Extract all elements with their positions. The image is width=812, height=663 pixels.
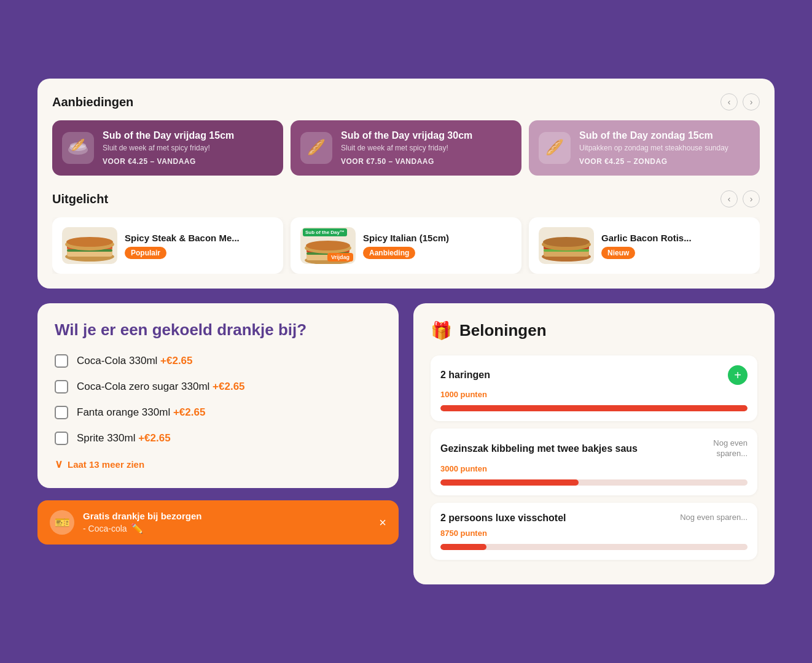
reward-add-button-1[interactable]: + (728, 365, 748, 385)
product-image-2: Sub of the Day™ Vrijdag (300, 227, 356, 264)
top-card: Aanbiedingen ‹ › 🥖 Sub of the Day (37, 79, 775, 289)
aanbieding-icon-1: 🥖 (62, 132, 94, 164)
reward-progress-fill-1 (440, 405, 748, 411)
uitgelicht-next-button[interactable]: › (743, 190, 760, 207)
product-info-1: Spicy Steak & Bacon Me... Populair (125, 233, 273, 259)
bottom-row: Wil je er een gekoeld drankje bij? Coca-… (37, 303, 775, 584)
drankje-card: Wil je er een gekoeld drankje bij? Coca-… (37, 303, 399, 488)
product-image-3 (539, 227, 594, 264)
aanbieding-content-3: Sub of the Day zondag 15cm Uitpakken op … (579, 130, 750, 166)
product-badge-2: Aanbieding (363, 247, 415, 259)
aanbieding-title-1: Sub of the Day vrijdag 15cm (103, 130, 273, 141)
beloningen-card: 🎁 Beloningen 2 haringen + 1000 punten Ge… (413, 303, 775, 584)
product-badge-3: Nieuw (601, 247, 635, 259)
aanbieding-subtitle-2: Sluit de week af met spicy friday! (341, 144, 512, 152)
product-card-3[interactable]: Garlic Bacon Rotis... Nieuw (529, 217, 760, 274)
reward-item-1: 2 haringen + 1000 punten (431, 355, 757, 421)
drink-label-4: Sprite 330ml +€2.65 (77, 432, 171, 444)
reward-item-2: Gezinszak kibbeling met twee bakjes saus… (431, 428, 757, 495)
drink-item-1: Coca-Cola 330ml +€2.65 (55, 354, 381, 368)
svg-text:🥖: 🥖 (545, 138, 564, 156)
coupon-title: Gratis drankje bij bezorgen (83, 511, 370, 521)
svg-point-17 (306, 241, 350, 250)
svg-text:🥖: 🥖 (71, 138, 85, 152)
coupon-bar[interactable]: 🎫 Gratis drankje bij bezorgen - Coca-col… (37, 500, 399, 545)
drink-item-2: Coca-Cola zero sugar 330ml +€2.65 (55, 380, 381, 394)
drink-item-4: Sprite 330ml +€2.65 (55, 432, 381, 445)
reward-progress-fill-3 (440, 544, 486, 550)
aanbieding-content-1: Sub of the Day vrijdag 15cm Sluit de wee… (103, 130, 273, 166)
reward-status-3: Nog even sparen... (680, 513, 748, 523)
edit-icon[interactable]: ✏️ (131, 522, 143, 534)
aanbieding-icon-3: 🥖 (539, 132, 571, 164)
drankje-title: Wil je er een gekoeld drankje bij? (55, 320, 381, 339)
reward-points-3: 8750 punten (440, 529, 748, 538)
drink-label-3: Fanta orange 330ml +€2.65 (77, 406, 205, 419)
product-card-1[interactable]: Spicy Steak & Bacon Me... Populair (52, 217, 283, 274)
aanbieding-price-3: VOOR €4.25 – ZONDAG (579, 157, 750, 166)
aanbieding-card-1[interactable]: 🥖 Sub of the Day vrijdag 15cm Sluit de w… (52, 120, 283, 176)
product-name-2: Spicy Italian (15cm) (363, 233, 512, 243)
sub-day-label: Sub of the Day™ (303, 228, 347, 236)
drink-price-1: +€2.65 (160, 355, 192, 366)
drink-checkbox-3[interactable] (55, 406, 68, 419)
reward-points-1: 1000 punten (440, 390, 748, 399)
aanbiedingen-nav: ‹ › (720, 93, 760, 110)
product-info-3: Garlic Bacon Rotis... Nieuw (601, 233, 750, 259)
aanbieding-subtitle-1: Sluit de week af met spicy friday! (103, 144, 273, 152)
aanbieding-card-2[interactable]: 🥖 Sub of the Day vrijdag 30cm Sluit de w… (291, 120, 521, 176)
chevron-down-icon: ∨ (55, 457, 63, 471)
uitgelicht-prev-button[interactable]: ‹ (720, 190, 738, 207)
reward-progress-bg-3 (440, 544, 748, 550)
product-card-2[interactable]: Sub of the Day™ Vrijdag Spicy Italian (1… (291, 217, 521, 274)
beloningen-header: 🎁 Beloningen (431, 320, 757, 341)
aanbieding-subtitle-3: Uitpakken op zondag met steakhouse sunda… (579, 144, 750, 152)
drink-checkbox-4[interactable] (55, 432, 68, 445)
coupon-subtitle: - Coca-cola ✏️ (83, 522, 370, 534)
uitgelicht-header: Uitgelicht ‹ › (52, 190, 760, 207)
aanbiedingen-grid: 🥖 Sub of the Day vrijdag 15cm Sluit de w… (52, 120, 760, 176)
aanbieding-card-3[interactable]: 🥖 Sub of the Day zondag 15cm Uitpakken o… (529, 120, 760, 176)
drink-label-1: Coca-Cola 330ml +€2.65 (77, 355, 193, 367)
close-icon[interactable]: × (379, 516, 386, 530)
drink-item-3: Fanta orange 330ml +€2.65 (55, 406, 381, 419)
aanbieding-price-2: VOOR €7.50 – VANDAAG (341, 157, 512, 166)
product-name-3: Garlic Bacon Rotis... (601, 233, 750, 243)
reward-name-2: Gezinszak kibbeling met twee bakjes saus (440, 443, 638, 454)
product-name-1: Spicy Steak & Bacon Me... (125, 233, 273, 243)
reward-progress-bg-1 (440, 405, 748, 411)
day-badge: Vrijdag (327, 253, 353, 262)
product-badge-1: Populair (125, 247, 166, 259)
drink-price-4: +€2.65 (138, 432, 170, 444)
drink-label-2: Coca-Cola zero sugar 330ml +€2.65 (77, 381, 245, 393)
show-more-label: Laat 13 meer zien (68, 459, 144, 470)
beloningen-title: Beloningen (459, 321, 547, 340)
reward-item-3: 2 persoons luxe visschotel Nog even spar… (431, 503, 757, 560)
aanbieding-price-1: VOOR €4.25 – VANDAAG (103, 157, 273, 166)
coupon-icon: 🎫 (50, 510, 74, 535)
uitgelicht-title: Uitgelicht (52, 192, 108, 206)
aanbieding-content-2: Sub of the Day vrijdag 30cm Sluit de wee… (341, 130, 512, 166)
aanbiedingen-next-button[interactable]: › (743, 93, 760, 110)
drink-price-3: +€2.65 (173, 406, 205, 418)
svg-text:🥖: 🥖 (307, 138, 326, 156)
product-image-1 (62, 227, 117, 264)
reward-points-2: 3000 punten (440, 464, 748, 473)
gift-icon: 🎁 (431, 320, 452, 341)
reward-progress-fill-2 (440, 479, 579, 486)
drink-checkbox-1[interactable] (55, 354, 68, 368)
uitgelicht-grid: Spicy Steak & Bacon Me... Populair Sub o… (52, 217, 760, 274)
left-column: Wil je er een gekoeld drankje bij? Coca-… (37, 303, 399, 545)
main-container: Aanbiedingen ‹ › 🥖 Sub of the Day (37, 79, 775, 584)
aanbiedingen-title: Aanbiedingen (52, 95, 133, 109)
aanbieding-icon-2: 🥖 (300, 132, 332, 164)
reward-name-3: 2 persoons luxe visschotel (440, 513, 566, 524)
svg-point-11 (66, 237, 113, 247)
aanbiedingen-prev-button[interactable]: ‹ (720, 93, 738, 110)
drink-checkbox-2[interactable] (55, 380, 68, 394)
show-more-button[interactable]: ∨ Laat 13 meer zien (55, 457, 381, 471)
reward-progress-bg-2 (440, 479, 748, 486)
reward-row-3: 2 persoons luxe visschotel Nog even spar… (440, 513, 748, 524)
reward-row-2: Gezinszak kibbeling met twee bakjes saus… (440, 438, 748, 459)
aanbieding-title-2: Sub of the Day vrijdag 30cm (341, 130, 512, 141)
